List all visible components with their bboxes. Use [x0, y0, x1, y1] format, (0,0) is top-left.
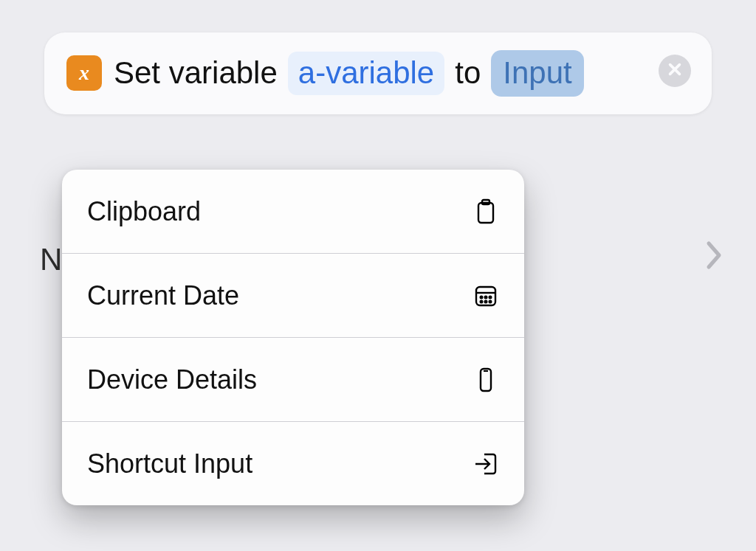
menu-item-device-details[interactable]: Device Details [62, 338, 524, 421]
value-picker-popover: Clipboard Current Date Device Details [62, 170, 524, 505]
svg-point-8 [485, 300, 487, 302]
device-icon [470, 364, 502, 396]
menu-item-clipboard[interactable]: Clipboard [62, 170, 524, 253]
close-icon [667, 61, 683, 80]
value-token[interactable]: Input [491, 50, 583, 97]
menu-item-current-date[interactable]: Current Date [62, 254, 524, 337]
svg-rect-10 [481, 369, 491, 391]
menu-item-label: Device Details [87, 364, 257, 395]
menu-item-label: Shortcut Input [87, 448, 252, 479]
variable-action-glyph: x [79, 60, 89, 86]
svg-point-5 [485, 296, 487, 298]
svg-point-4 [481, 296, 483, 298]
variable-name-token[interactable]: a-variable [288, 52, 444, 95]
set-variable-action-card: x Set variable a-variable to Input [44, 32, 712, 114]
svg-rect-0 [478, 203, 493, 223]
calendar-icon [470, 280, 502, 312]
background-row-label: N [40, 242, 62, 277]
input-icon [470, 448, 502, 480]
close-button[interactable] [659, 55, 691, 87]
menu-item-label: Clipboard [87, 196, 201, 227]
variable-action-icon: x [66, 55, 102, 91]
svg-point-6 [489, 296, 492, 298]
svg-point-9 [489, 300, 492, 302]
svg-point-7 [481, 300, 483, 302]
action-text-middle: to [455, 53, 481, 94]
action-sentence: x Set variable a-variable to Input [66, 50, 690, 97]
clipboard-icon [470, 195, 502, 228]
chevron-right-icon[interactable] [706, 240, 724, 270]
action-text-prefix: Set variable [114, 53, 278, 94]
menu-item-label: Current Date [87, 280, 239, 311]
menu-item-shortcut-input[interactable]: Shortcut Input [62, 422, 524, 505]
